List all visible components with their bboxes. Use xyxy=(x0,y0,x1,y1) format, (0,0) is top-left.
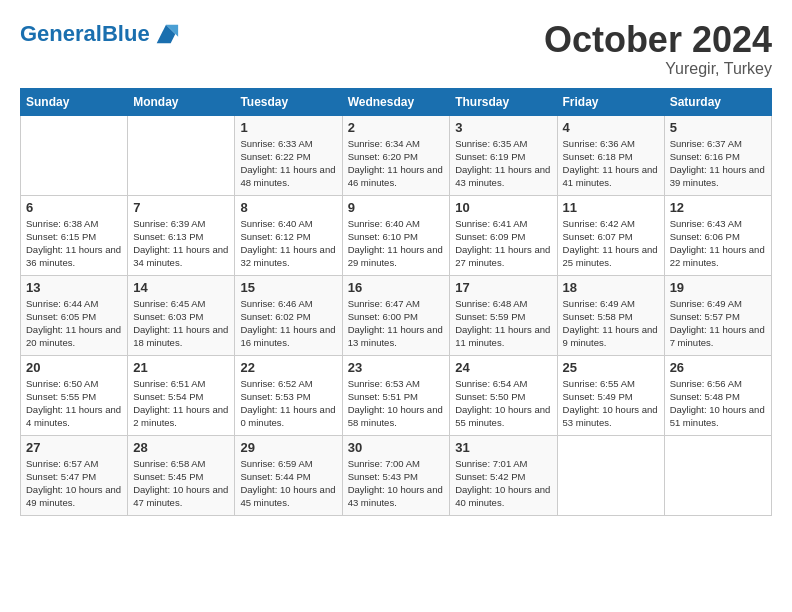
week-row-1: 1Sunrise: 6:33 AMSunset: 6:22 PMDaylight… xyxy=(21,115,772,195)
day-number: 27 xyxy=(26,440,122,455)
day-info: Sunrise: 6:43 AMSunset: 6:06 PMDaylight:… xyxy=(670,217,766,270)
header-tuesday: Tuesday xyxy=(235,88,342,115)
day-cell: 25Sunrise: 6:55 AMSunset: 5:49 PMDayligh… xyxy=(557,355,664,435)
day-number: 24 xyxy=(455,360,551,375)
day-info: Sunrise: 6:41 AMSunset: 6:09 PMDaylight:… xyxy=(455,217,551,270)
day-info: Sunrise: 6:40 AMSunset: 6:12 PMDaylight:… xyxy=(240,217,336,270)
day-info: Sunrise: 6:54 AMSunset: 5:50 PMDaylight:… xyxy=(455,377,551,430)
day-number: 8 xyxy=(240,200,336,215)
day-cell: 12Sunrise: 6:43 AMSunset: 6:06 PMDayligh… xyxy=(664,195,771,275)
day-info: Sunrise: 6:34 AMSunset: 6:20 PMDaylight:… xyxy=(348,137,445,190)
day-cell: 5Sunrise: 6:37 AMSunset: 6:16 PMDaylight… xyxy=(664,115,771,195)
day-info: Sunrise: 6:49 AMSunset: 5:58 PMDaylight:… xyxy=(563,297,659,350)
header-thursday: Thursday xyxy=(450,88,557,115)
day-number: 29 xyxy=(240,440,336,455)
day-info: Sunrise: 6:57 AMSunset: 5:47 PMDaylight:… xyxy=(26,457,122,510)
day-info: Sunrise: 7:00 AMSunset: 5:43 PMDaylight:… xyxy=(348,457,445,510)
day-cell: 26Sunrise: 6:56 AMSunset: 5:48 PMDayligh… xyxy=(664,355,771,435)
day-cell xyxy=(21,115,128,195)
day-cell: 29Sunrise: 6:59 AMSunset: 5:44 PMDayligh… xyxy=(235,435,342,515)
day-info: Sunrise: 6:47 AMSunset: 6:00 PMDaylight:… xyxy=(348,297,445,350)
week-row-4: 20Sunrise: 6:50 AMSunset: 5:55 PMDayligh… xyxy=(21,355,772,435)
day-number: 3 xyxy=(455,120,551,135)
day-cell xyxy=(664,435,771,515)
day-cell: 20Sunrise: 6:50 AMSunset: 5:55 PMDayligh… xyxy=(21,355,128,435)
day-info: Sunrise: 6:53 AMSunset: 5:51 PMDaylight:… xyxy=(348,377,445,430)
day-cell: 19Sunrise: 6:49 AMSunset: 5:57 PMDayligh… xyxy=(664,275,771,355)
header-wednesday: Wednesday xyxy=(342,88,450,115)
week-row-3: 13Sunrise: 6:44 AMSunset: 6:05 PMDayligh… xyxy=(21,275,772,355)
week-row-2: 6Sunrise: 6:38 AMSunset: 6:15 PMDaylight… xyxy=(21,195,772,275)
day-number: 7 xyxy=(133,200,229,215)
day-number: 22 xyxy=(240,360,336,375)
day-cell: 2Sunrise: 6:34 AMSunset: 6:20 PMDaylight… xyxy=(342,115,450,195)
day-cell: 24Sunrise: 6:54 AMSunset: 5:50 PMDayligh… xyxy=(450,355,557,435)
day-cell: 4Sunrise: 6:36 AMSunset: 6:18 PMDaylight… xyxy=(557,115,664,195)
day-number: 10 xyxy=(455,200,551,215)
day-cell: 10Sunrise: 6:41 AMSunset: 6:09 PMDayligh… xyxy=(450,195,557,275)
logo-text: GeneralBlue xyxy=(20,22,150,46)
month-title: October 2024 Yuregir, Turkey xyxy=(544,20,772,78)
day-cell: 30Sunrise: 7:00 AMSunset: 5:43 PMDayligh… xyxy=(342,435,450,515)
day-info: Sunrise: 6:50 AMSunset: 5:55 PMDaylight:… xyxy=(26,377,122,430)
day-number: 9 xyxy=(348,200,445,215)
day-info: Sunrise: 6:46 AMSunset: 6:02 PMDaylight:… xyxy=(240,297,336,350)
week-row-5: 27Sunrise: 6:57 AMSunset: 5:47 PMDayligh… xyxy=(21,435,772,515)
day-cell xyxy=(128,115,235,195)
day-cell: 15Sunrise: 6:46 AMSunset: 6:02 PMDayligh… xyxy=(235,275,342,355)
header-row: Sunday Monday Tuesday Wednesday Thursday… xyxy=(21,88,772,115)
day-number: 12 xyxy=(670,200,766,215)
day-number: 13 xyxy=(26,280,122,295)
page-header: GeneralBlue October 2024 Yuregir, Turkey xyxy=(20,20,772,78)
header-monday: Monday xyxy=(128,88,235,115)
day-cell: 27Sunrise: 6:57 AMSunset: 5:47 PMDayligh… xyxy=(21,435,128,515)
day-cell xyxy=(557,435,664,515)
day-info: Sunrise: 6:55 AMSunset: 5:49 PMDaylight:… xyxy=(563,377,659,430)
day-cell: 11Sunrise: 6:42 AMSunset: 6:07 PMDayligh… xyxy=(557,195,664,275)
day-cell: 14Sunrise: 6:45 AMSunset: 6:03 PMDayligh… xyxy=(128,275,235,355)
day-number: 18 xyxy=(563,280,659,295)
day-info: Sunrise: 6:40 AMSunset: 6:10 PMDaylight:… xyxy=(348,217,445,270)
day-cell: 3Sunrise: 6:35 AMSunset: 6:19 PMDaylight… xyxy=(450,115,557,195)
day-info: Sunrise: 6:48 AMSunset: 5:59 PMDaylight:… xyxy=(455,297,551,350)
day-info: Sunrise: 6:52 AMSunset: 5:53 PMDaylight:… xyxy=(240,377,336,430)
day-info: Sunrise: 6:44 AMSunset: 6:05 PMDaylight:… xyxy=(26,297,122,350)
day-info: Sunrise: 6:58 AMSunset: 5:45 PMDaylight:… xyxy=(133,457,229,510)
day-info: Sunrise: 6:33 AMSunset: 6:22 PMDaylight:… xyxy=(240,137,336,190)
day-number: 2 xyxy=(348,120,445,135)
calendar-table: Sunday Monday Tuesday Wednesday Thursday… xyxy=(20,88,772,516)
day-number: 23 xyxy=(348,360,445,375)
location: Yuregir, Turkey xyxy=(544,60,772,78)
day-info: Sunrise: 6:38 AMSunset: 6:15 PMDaylight:… xyxy=(26,217,122,270)
day-cell: 17Sunrise: 6:48 AMSunset: 5:59 PMDayligh… xyxy=(450,275,557,355)
day-info: Sunrise: 6:36 AMSunset: 6:18 PMDaylight:… xyxy=(563,137,659,190)
header-sunday: Sunday xyxy=(21,88,128,115)
day-number: 5 xyxy=(670,120,766,135)
day-number: 15 xyxy=(240,280,336,295)
day-number: 26 xyxy=(670,360,766,375)
day-cell: 22Sunrise: 6:52 AMSunset: 5:53 PMDayligh… xyxy=(235,355,342,435)
day-info: Sunrise: 6:59 AMSunset: 5:44 PMDaylight:… xyxy=(240,457,336,510)
day-cell: 1Sunrise: 6:33 AMSunset: 6:22 PMDaylight… xyxy=(235,115,342,195)
day-number: 11 xyxy=(563,200,659,215)
logo-icon xyxy=(152,20,180,48)
day-cell: 18Sunrise: 6:49 AMSunset: 5:58 PMDayligh… xyxy=(557,275,664,355)
day-info: Sunrise: 6:45 AMSunset: 6:03 PMDaylight:… xyxy=(133,297,229,350)
day-info: Sunrise: 6:56 AMSunset: 5:48 PMDaylight:… xyxy=(670,377,766,430)
day-cell: 21Sunrise: 6:51 AMSunset: 5:54 PMDayligh… xyxy=(128,355,235,435)
day-number: 21 xyxy=(133,360,229,375)
day-info: Sunrise: 6:39 AMSunset: 6:13 PMDaylight:… xyxy=(133,217,229,270)
day-cell: 28Sunrise: 6:58 AMSunset: 5:45 PMDayligh… xyxy=(128,435,235,515)
day-info: Sunrise: 6:35 AMSunset: 6:19 PMDaylight:… xyxy=(455,137,551,190)
day-number: 4 xyxy=(563,120,659,135)
day-number: 14 xyxy=(133,280,229,295)
day-number: 30 xyxy=(348,440,445,455)
day-number: 28 xyxy=(133,440,229,455)
day-number: 16 xyxy=(348,280,445,295)
day-info: Sunrise: 7:01 AMSunset: 5:42 PMDaylight:… xyxy=(455,457,551,510)
header-saturday: Saturday xyxy=(664,88,771,115)
day-cell: 16Sunrise: 6:47 AMSunset: 6:00 PMDayligh… xyxy=(342,275,450,355)
day-number: 6 xyxy=(26,200,122,215)
logo: GeneralBlue xyxy=(20,20,180,48)
day-number: 19 xyxy=(670,280,766,295)
